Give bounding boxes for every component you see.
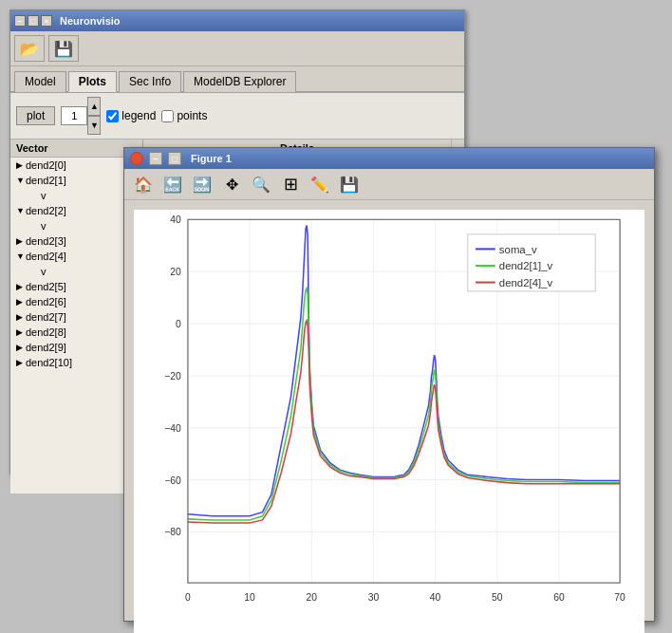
svg-text:0: 0 xyxy=(176,319,181,329)
tree-arrow-icon: ▶ xyxy=(16,236,26,246)
pan-tool-button[interactable]: ✥ xyxy=(218,172,245,196)
figure-title: Figure 1 xyxy=(191,153,232,164)
tree-arrow-icon: ▶ xyxy=(16,327,26,337)
svg-text:soma_v: soma_v xyxy=(499,244,537,255)
close-button[interactable]: × xyxy=(41,15,52,27)
minimize-button[interactable]: − xyxy=(14,15,26,27)
legend-checkbox[interactable] xyxy=(106,110,119,122)
tree-item-label: dend2[7] xyxy=(26,311,66,323)
tree-arrow-icon: ▶ xyxy=(16,343,26,352)
svg-text:−40: −40 xyxy=(164,423,181,434)
tree-item-label: dend2[1] xyxy=(26,175,66,186)
svg-text:−20: −20 xyxy=(164,371,181,382)
main-window-title: Neuronvisio xyxy=(60,15,121,27)
points-checkbox[interactable] xyxy=(161,110,174,122)
open-folder-button[interactable]: 📂 xyxy=(14,35,45,62)
svg-text:dend2[4]_v: dend2[4]_v xyxy=(499,277,553,289)
customize-icon: ✏️ xyxy=(310,176,329,194)
points-checkbox-group: points xyxy=(161,109,207,122)
points-label: points xyxy=(177,109,207,122)
tab-model[interactable]: Model xyxy=(14,71,66,92)
tree-item-label: dend2[9] xyxy=(26,342,66,353)
subplot-tool-button[interactable]: ⊞ xyxy=(277,172,304,196)
forward-icon: 🔜 xyxy=(193,176,212,194)
tree-item-label: v xyxy=(41,266,47,277)
figure-minimize-button[interactable]: − xyxy=(149,152,162,165)
restore-button[interactable]: □ xyxy=(28,15,39,27)
home-tool-button[interactable]: 🏠 xyxy=(130,172,157,196)
svg-text:−60: −60 xyxy=(164,475,181,486)
tree-arrow-icon: ▶ xyxy=(16,160,26,170)
save-figure-icon: 💾 xyxy=(340,176,359,194)
svg-text:10: 10 xyxy=(244,592,255,603)
legend-label: legend xyxy=(121,109,156,122)
tree-item-label: v xyxy=(41,190,47,201)
figure-title-bar: − □ Figure 1 xyxy=(124,148,654,169)
svg-text:0: 0 xyxy=(185,592,191,603)
tree-item-label: dend2[4] xyxy=(26,251,66,262)
tree-item-label: dend2[6] xyxy=(26,296,66,307)
plot-button[interactable]: plot xyxy=(16,106,55,125)
plot-area: 40 20 0 −20 −40 −60 −80 0 10 20 30 40 50… xyxy=(134,210,644,633)
tree-item-label: v xyxy=(41,220,47,232)
tree-arrow-icon: ▶ xyxy=(16,282,26,291)
window-controls: − □ × xyxy=(14,15,52,27)
svg-text:50: 50 xyxy=(492,592,503,603)
save-figure-button[interactable]: 💾 xyxy=(336,172,363,196)
subplot-icon: ⊞ xyxy=(284,174,298,195)
back-tool-button[interactable]: 🔙 xyxy=(159,172,186,196)
svg-text:40: 40 xyxy=(170,214,181,225)
tree-arrow-icon: ▼ xyxy=(16,176,26,185)
plot-number-input[interactable] xyxy=(61,106,87,125)
tab-bar: Model Plots Sec Info ModelDB Explorer xyxy=(10,66,464,93)
svg-text:20: 20 xyxy=(307,592,318,603)
figure-close-button[interactable] xyxy=(130,152,143,165)
svg-text:70: 70 xyxy=(614,592,625,603)
figure-toolbar: 🏠 🔙 🔜 ✥ 🔍 ⊞ ✏️ 💾 xyxy=(124,169,654,200)
folder-icon: 📂 xyxy=(20,40,39,58)
customize-tool-button[interactable]: ✏️ xyxy=(307,172,333,196)
tree-item-label: dend2[2] xyxy=(26,205,66,216)
tree-item-label: dend2[8] xyxy=(26,326,66,338)
svg-text:dend2[1]_v: dend2[1]_v xyxy=(499,260,553,271)
plot-controls: plot ▲ ▼ legend points xyxy=(10,93,464,140)
tree-item-label: dend2[5] xyxy=(26,281,66,292)
chart-svg: 40 20 0 −20 −40 −60 −80 0 10 20 30 40 50… xyxy=(134,210,644,632)
tree-arrow-icon: ▶ xyxy=(16,312,26,322)
tab-plots[interactable]: Plots xyxy=(68,71,117,92)
tree-item-label: dend2[0] xyxy=(26,159,66,171)
legend-checkbox-group: legend xyxy=(106,109,156,122)
save-icon: 💾 xyxy=(54,40,73,58)
svg-text:30: 30 xyxy=(368,592,380,603)
forward-tool-button[interactable]: 🔜 xyxy=(189,172,215,196)
spin-down-button[interactable]: ▼ xyxy=(87,116,101,135)
svg-text:−80: −80 xyxy=(164,527,181,537)
zoom-icon: 🔍 xyxy=(252,176,271,194)
zoom-tool-button[interactable]: 🔍 xyxy=(248,172,274,196)
tree-arrow-icon: ▶ xyxy=(16,297,26,307)
back-icon: 🔙 xyxy=(163,176,182,194)
tree-arrow-icon: ▼ xyxy=(16,251,26,261)
save-button[interactable]: 💾 xyxy=(48,35,79,62)
figure-window: − □ Figure 1 🏠 🔙 🔜 ✥ 🔍 ⊞ ✏️ 💾 xyxy=(123,147,655,622)
tree-item-label: dend2[10] xyxy=(26,357,72,368)
tree-arrow-icon: ▶ xyxy=(16,358,26,367)
tab-modeldb-explorer[interactable]: ModelDB Explorer xyxy=(183,71,296,92)
svg-text:20: 20 xyxy=(170,267,181,277)
tree-item-label: dend2[3] xyxy=(26,235,66,247)
svg-text:40: 40 xyxy=(430,592,441,603)
spin-up-button[interactable]: ▲ xyxy=(87,97,101,116)
figure-body: 40 20 0 −20 −40 −60 −80 0 10 20 30 40 50… xyxy=(124,200,654,614)
main-title-bar: − □ × Neuronvisio xyxy=(10,10,464,31)
home-icon: 🏠 xyxy=(134,176,153,194)
svg-text:60: 60 xyxy=(553,592,565,603)
figure-restore-button[interactable]: □ xyxy=(168,152,181,165)
main-toolbar: 📂 💾 xyxy=(10,31,464,66)
pan-icon: ✥ xyxy=(226,176,238,194)
tree-arrow-icon: ▼ xyxy=(16,206,26,215)
tab-sec-info[interactable]: Sec Info xyxy=(119,71,181,92)
